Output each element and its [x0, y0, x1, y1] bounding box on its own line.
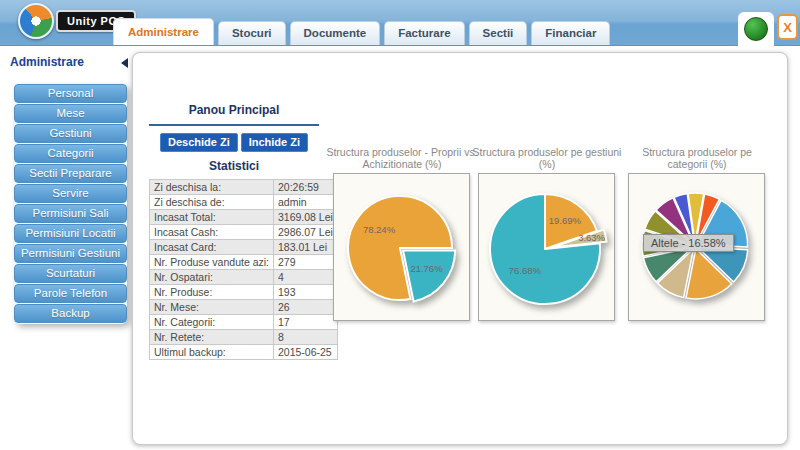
stat-label: Incasat Cash: [150, 225, 274, 240]
pie-slice[interactable] [403, 251, 455, 302]
chart-title: Structura produselor pe gestiuni (%) [471, 139, 623, 171]
pie-tooltip: Altele - 16.58% [643, 234, 734, 252]
unity-pos-logo-icon [18, 3, 54, 39]
stat-value: 2015-06-25 [273, 345, 337, 360]
close-button[interactable]: X [777, 14, 798, 40]
stat-label: Zi deschisa la: [150, 180, 274, 195]
stat-label: Nr. Retete: [150, 330, 274, 345]
statistics-title: Statistici [149, 159, 319, 173]
table-row: Zi deschisa de:admin [150, 195, 338, 210]
dashboard-column: Panou Principal Deschide Zi Inchide Zi S… [149, 103, 319, 360]
tab-financiar[interactable]: Financiar [531, 21, 610, 45]
sidebar-item-personal[interactable]: Personal [14, 84, 127, 103]
stat-label: Nr. Categorii: [150, 315, 274, 330]
sidebar-collapse-arrow-icon[interactable] [121, 58, 128, 68]
chart-title: Structura produselor pe categorii (%) [621, 139, 773, 171]
table-row: Nr. Categorii:17 [150, 315, 338, 330]
stat-label: Nr. Mese: [150, 300, 274, 315]
slice-label: 76.68% [509, 265, 542, 276]
tab-administrare[interactable]: Administrare [113, 18, 214, 45]
sidebar-item-sectii-preparare[interactable]: Sectii Preparare [14, 164, 127, 183]
slice-label: 21.76% [410, 263, 443, 274]
panel-title: Panou Principal [149, 103, 319, 117]
title-divider [149, 124, 319, 126]
table-row: Nr. Produse:193 [150, 285, 338, 300]
table-row: Incasat Total:3169.08 Lei [150, 210, 338, 225]
table-row: Nr. Produse vandute azi:279 [150, 255, 338, 270]
stat-label: Nr. Ospatari: [150, 270, 274, 285]
tab-documente[interactable]: Documente [290, 21, 381, 45]
unity-pos-window: Unity POS AdministrareStocuriDocumenteFa… [0, 0, 800, 450]
sidebar-item-permisiuni-sali[interactable]: Permisiuni Sali [14, 204, 127, 223]
table-row: Nr. Retete:8 [150, 330, 338, 345]
status-light-holder[interactable] [738, 12, 774, 46]
sidebar-item-parole-telefon[interactable]: Parole Telefon [14, 284, 127, 303]
sidebar-item-permisiuni-gestiuni[interactable]: Permisiuni Gestiuni [14, 244, 127, 263]
close-day-button[interactable]: Inchide Zi [241, 133, 308, 152]
slice-label: 78.24% [363, 224, 396, 235]
pie-chart-gestiuni[interactable]: 19.69%3.63%76.68% [478, 173, 615, 321]
tab-facturare[interactable]: Facturare [384, 21, 464, 45]
pie-chart-categorii[interactable]: Altele - 16.58% [628, 173, 765, 321]
table-row: Zi deschisa la:20:26:59 [150, 180, 338, 195]
main-tab-bar: AdministrareStocuriDocumenteFacturareSec… [113, 18, 610, 45]
sidebar-item-backup[interactable]: Backup [14, 304, 127, 323]
table-row: Incasat Cash:2986.07 Lei [150, 225, 338, 240]
stat-value: 8 [273, 330, 337, 345]
stat-label: Incasat Card: [150, 240, 274, 255]
status-green-light-icon [744, 17, 768, 41]
chart-proprii-vs-achizitionate: Structura produselor - Proprii vs. Achiz… [326, 139, 478, 321]
sidebar-item-mese[interactable]: Mese [14, 104, 127, 123]
sidebar-item-gestiuni[interactable]: Gestiuni [14, 124, 127, 143]
sidebar-item-permisiuni-locatii[interactable]: Permisiuni Locatii [14, 224, 127, 243]
sidebar-item-categorii[interactable]: Categorii [14, 144, 127, 163]
open-day-button[interactable]: Deschide Zi [160, 133, 238, 152]
tab-stocuri[interactable]: Stocuri [218, 21, 286, 45]
stat-label: Ultimul backup: [150, 345, 274, 360]
stat-label: Nr. Produse: [150, 285, 274, 300]
sidebar-menu: PersonalMeseGestiuniCategoriiSectii Prep… [14, 84, 127, 324]
slice-label: 3.63% [578, 232, 605, 243]
pie-chart-proprii-achizitionate[interactable]: 21.76%78.24% [333, 173, 470, 321]
slice-label: 19.69% [549, 215, 582, 226]
statistics-table: Zi deschisa la:20:26:59Zi deschisa de:ad… [149, 179, 338, 360]
tab-sectii[interactable]: Sectii [469, 21, 528, 45]
day-buttons-row: Deschide Zi Inchide Zi [149, 133, 319, 152]
stat-label: Incasat Total: [150, 210, 274, 225]
stat-label: Nr. Produse vandute azi: [150, 255, 274, 270]
table-row: Ultimul backup:2015-06-25 [150, 345, 338, 360]
chart-categorii: Structura produselor pe categorii (%) Al… [621, 139, 773, 321]
table-row: Nr. Ospatari:4 [150, 270, 338, 285]
table-row: Incasat Card:183.01 Lei [150, 240, 338, 255]
chart-gestiuni: Structura produselor pe gestiuni (%) 19.… [471, 139, 623, 321]
sidebar-item-scurtaturi[interactable]: Scurtaturi [14, 264, 127, 283]
top-bar: Unity POS AdministrareStocuriDocumenteFa… [0, 0, 800, 46]
sidebar-item-servire[interactable]: Servire [14, 184, 127, 203]
main-content-panel: Panou Principal Deschide Zi Inchide Zi S… [132, 52, 788, 445]
chart-title: Structura produselor - Proprii vs. Achiz… [326, 139, 478, 171]
sidebar-title: Administrare [10, 55, 84, 69]
close-icon: X [783, 20, 792, 35]
table-row: Nr. Mese:26 [150, 300, 338, 315]
stat-label: Zi deschisa de: [150, 195, 274, 210]
